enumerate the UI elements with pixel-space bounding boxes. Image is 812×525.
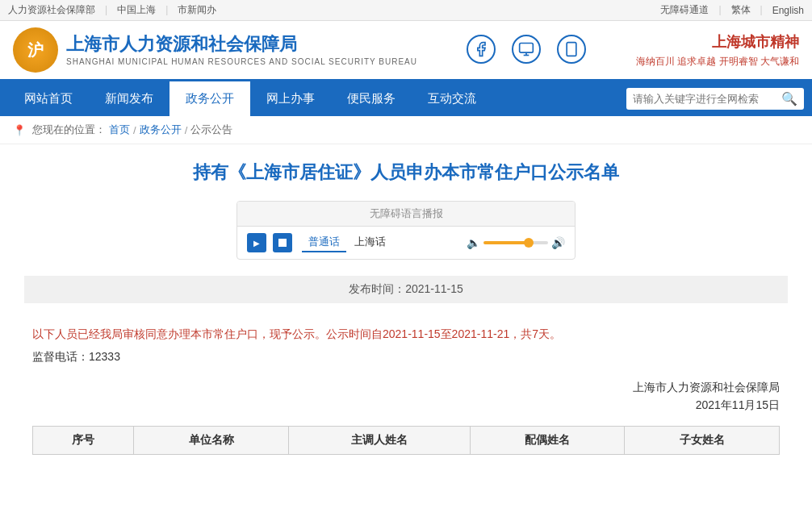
tab-mandarin[interactable]: 普通话 bbox=[302, 233, 346, 252]
nav-interact[interactable]: 互动交流 bbox=[412, 81, 492, 116]
svg-rect-3 bbox=[567, 43, 577, 56]
breadcrumb: 📍 您现在的位置： 首页 / 政务公开 / 公示公告 bbox=[0, 116, 812, 144]
monitor-icon-item[interactable] bbox=[512, 35, 541, 65]
audio-stop-button[interactable] bbox=[273, 233, 292, 252]
breadcrumb-gov[interactable]: 政务公开 bbox=[140, 123, 182, 137]
intro-text: 以下人员已经我局审核同意办理本市常住户口，现予公示。公示时间自2021-11-1… bbox=[32, 327, 561, 340]
volume-low-icon: 🔈 bbox=[467, 236, 480, 249]
link-shanghai[interactable]: 中国上海 bbox=[117, 3, 168, 17]
weibo-icon bbox=[467, 35, 496, 64]
article-org: 上海市人力资源和社会保障局 bbox=[32, 381, 780, 395]
header-social-icons bbox=[467, 35, 586, 65]
link-news[interactable]: 市新闻办 bbox=[178, 3, 216, 17]
volume-thumb[interactable] bbox=[524, 238, 534, 248]
publish-label: 发布时间： bbox=[349, 282, 405, 295]
breadcrumb-sep2: / bbox=[185, 124, 188, 136]
phone-number: 12333 bbox=[89, 350, 120, 363]
volume-area: 🔈 🔊 bbox=[467, 236, 565, 249]
nav-service[interactable]: 便民服务 bbox=[331, 81, 412, 116]
audio-label: 无障碍语言播报 bbox=[237, 202, 575, 227]
audio-controls: ▶ 普通话 上海话 🔈 🔊 bbox=[237, 227, 575, 259]
header-logo: 沪 上海市人力资源和社会保障局 SHANGHAI MUNICIPAL HUMAN… bbox=[13, 27, 417, 73]
search-box[interactable]: 🔍 bbox=[626, 88, 804, 110]
article-intro: 以下人员已经我局审核同意办理本市常住户口，现予公示。公示时间自2021-11-1… bbox=[32, 323, 780, 345]
logo-icon: 沪 bbox=[13, 27, 58, 73]
org-subtitle: SHANGHAI MUNICIPAL HUMAN RESOURCES AND S… bbox=[66, 56, 417, 67]
breadcrumb-current: 公示公告 bbox=[190, 123, 232, 137]
mobile-icon bbox=[557, 35, 586, 64]
mobile-icon-item[interactable] bbox=[557, 35, 586, 65]
city-spirit-subtitle: 海纳百川 追求卓越 开明睿智 大气谦和 bbox=[636, 55, 799, 69]
nav-gov[interactable]: 政务公开 bbox=[170, 81, 250, 116]
nav-news[interactable]: 新闻发布 bbox=[89, 81, 170, 116]
main-nav: 网站首页 新闻发布 政务公开 网上办事 便民服务 互动交流 🔍 bbox=[0, 81, 812, 116]
search-button[interactable]: 🔍 bbox=[781, 91, 797, 106]
col-org: 单位名称 bbox=[134, 427, 289, 455]
breadcrumb-sep1: / bbox=[133, 124, 136, 136]
top-bar: 人力资源社会保障部 中国上海 市新闻办 无障碍通道 繁体 English bbox=[0, 0, 812, 21]
nav-online[interactable]: 网上办事 bbox=[250, 81, 331, 116]
data-table: 序号 单位名称 主调人姓名 配偶姓名 子女姓名 bbox=[32, 426, 780, 455]
top-bar-left: 人力资源社会保障部 中国上海 市新闻办 bbox=[8, 3, 216, 17]
monitor-icon bbox=[512, 35, 541, 64]
header: 沪 上海市人力资源和社会保障局 SHANGHAI MUNICIPAL HUMAN… bbox=[0, 21, 812, 81]
search-input[interactable] bbox=[633, 93, 778, 105]
link-english[interactable]: English bbox=[772, 5, 804, 16]
table-header-row: 序号 单位名称 主调人姓名 配偶姓名 子女姓名 bbox=[33, 427, 780, 455]
article-phone: 监督电话：12333 bbox=[32, 350, 780, 365]
phone-label: 监督电话： bbox=[32, 350, 89, 363]
col-children: 子女姓名 bbox=[625, 427, 780, 455]
volume-high-icon: 🔊 bbox=[551, 236, 565, 249]
audio-play-button[interactable]: ▶ bbox=[247, 233, 266, 252]
page-title: 持有《上海市居住证》人员申办本市常住户口公示名单 bbox=[24, 160, 788, 185]
article-body: 以下人员已经我局审核同意办理本市常住户口，现予公示。公示时间自2021-11-1… bbox=[24, 323, 788, 455]
city-spirit-title: 上海城市精神 bbox=[636, 32, 799, 52]
weibo-icon-item[interactable] bbox=[467, 35, 496, 65]
publish-date-value: 2021-11-15 bbox=[405, 282, 463, 295]
col-index: 序号 bbox=[33, 427, 134, 455]
audio-player: 无障碍语言播报 ▶ 普通话 上海话 🔈 🔊 bbox=[236, 201, 576, 260]
col-spouse: 配偶姓名 bbox=[470, 427, 625, 455]
main-content: 持有《上海市居住证》人员申办本市常住户口公示名单 无障碍语言播报 ▶ 普通话 上… bbox=[0, 144, 812, 471]
tab-shanghainese[interactable]: 上海话 bbox=[348, 233, 392, 252]
stop-icon bbox=[278, 239, 287, 247]
link-traditional[interactable]: 繁体 bbox=[731, 3, 763, 17]
col-main: 主调人姓名 bbox=[288, 427, 470, 455]
nav-home[interactable]: 网站首页 bbox=[8, 81, 89, 116]
volume-slider[interactable] bbox=[483, 241, 548, 244]
audio-lang-tabs: 普通话 上海话 bbox=[302, 233, 392, 252]
location-icon: 📍 bbox=[13, 124, 26, 136]
top-bar-right: 无障碍通道 繁体 English bbox=[660, 3, 804, 17]
publish-date-bar: 发布时间：2021-11-15 bbox=[24, 276, 788, 303]
city-spirit: 上海城市精神 海纳百川 追求卓越 开明睿智 大气谦和 bbox=[636, 32, 799, 69]
link-hrss[interactable]: 人力资源社会保障部 bbox=[8, 3, 107, 17]
svg-rect-0 bbox=[520, 44, 534, 53]
breadcrumb-home[interactable]: 首页 bbox=[109, 123, 130, 137]
breadcrumb-location-label: 您现在的位置： bbox=[32, 123, 106, 137]
article-date-right: 2021年11月15日 bbox=[32, 398, 780, 413]
logo-text: 上海市人力资源和社会保障局 SHANGHAI MUNICIPAL HUMAN R… bbox=[66, 33, 417, 67]
org-title: 上海市人力资源和社会保障局 bbox=[66, 33, 417, 56]
link-accessibility[interactable]: 无障碍通道 bbox=[660, 3, 721, 17]
